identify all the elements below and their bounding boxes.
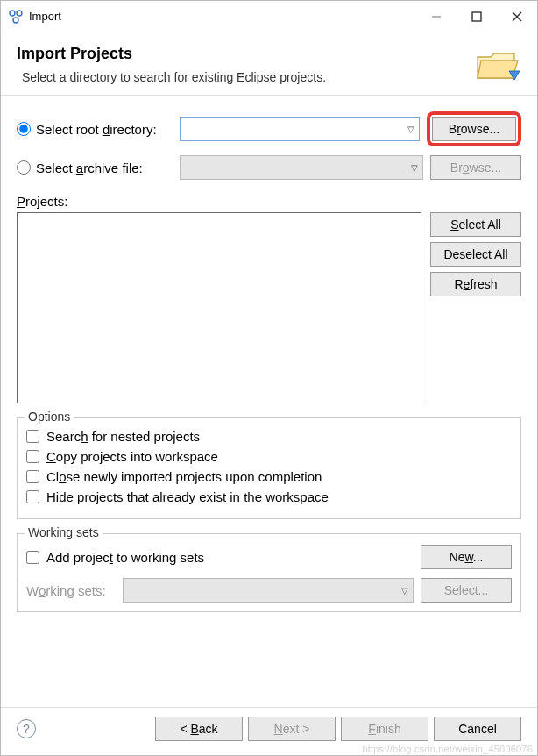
page-subtitle: Select a directory to search for existin… — [22, 70, 474, 84]
svg-line-5 — [513, 12, 521, 21]
app-icon — [8, 9, 24, 25]
folder-import-icon — [474, 45, 521, 83]
next-button: Next > — [248, 717, 336, 741]
archive-file-combo: ▽ — [180, 155, 423, 180]
working-sets-label: Working sets: — [26, 583, 116, 598]
svg-line-6 — [513, 12, 521, 21]
copy-projects-checkbox[interactable]: Copy projects into workspace — [26, 449, 512, 464]
options-group-title: Options — [25, 410, 74, 424]
help-button[interactable]: ? — [17, 719, 36, 738]
deselect-all-button[interactable]: Deselect All — [430, 242, 521, 267]
titlebar-buttons — [416, 3, 537, 31]
browse-rootdir-button[interactable]: Browse... — [432, 117, 516, 141]
archive-file-row: Select archive file: ▽ Browse... — [17, 155, 521, 180]
finish-button: Finish — [341, 717, 428, 741]
browse-archive-button: Browse... — [430, 155, 521, 180]
cancel-button[interactable]: Cancel — [434, 717, 521, 741]
working-sets-group: Working sets Add project to working sets… — [17, 533, 521, 612]
wizard-body: Select root directory: ▽ Browse... Selec… — [1, 96, 537, 707]
select-workingsets-button: Select... — [421, 578, 512, 603]
maximize-button[interactable] — [457, 3, 497, 31]
archive-file-radio[interactable]: Select archive file: — [17, 160, 173, 175]
projects-label: Projects: — [17, 194, 521, 209]
root-directory-combo[interactable]: ▽ — [180, 117, 420, 141]
projects-list[interactable] — [17, 212, 421, 403]
root-directory-row: Select root directory: ▽ Browse... — [17, 111, 521, 146]
options-group: Options Search for nested projects Copy … — [17, 417, 521, 519]
svg-point-2 — [13, 18, 18, 23]
search-nested-checkbox[interactable]: Search for nested projects — [26, 429, 512, 444]
window-title: Import — [29, 10, 416, 23]
archive-file-input — [180, 155, 423, 180]
svg-rect-4 — [472, 12, 481, 21]
minimize-button[interactable] — [416, 3, 457, 31]
working-sets-combo: ▽ — [123, 578, 414, 603]
watermark: https://blog.csdn.net/weixin_45006076 — [362, 744, 533, 754]
close-imported-checkbox[interactable]: Close newly imported projects upon compl… — [26, 469, 512, 484]
svg-point-1 — [17, 11, 22, 16]
new-workingset-button[interactable]: New... — [421, 545, 512, 569]
page-title: Import Projects — [17, 45, 474, 63]
svg-point-0 — [10, 11, 15, 16]
hide-existing-checkbox[interactable]: Hide projects that already exist in the … — [26, 489, 512, 504]
back-button[interactable]: < Back — [155, 717, 243, 741]
working-sets-group-title: Working sets — [25, 525, 103, 539]
add-to-workingsets-checkbox[interactable]: Add project to working sets — [26, 550, 414, 565]
select-all-button[interactable]: Select All — [430, 212, 521, 237]
working-sets-input — [123, 578, 414, 603]
browse-highlight: Browse... — [427, 111, 521, 146]
wizard-header: Import Projects Select a directory to se… — [1, 32, 537, 96]
root-directory-radio[interactable]: Select root directory: — [17, 122, 173, 137]
root-directory-input[interactable] — [180, 117, 420, 141]
close-button[interactable] — [497, 3, 537, 31]
titlebar: Import — [1, 1, 537, 32]
refresh-button[interactable]: Refresh — [430, 272, 521, 296]
